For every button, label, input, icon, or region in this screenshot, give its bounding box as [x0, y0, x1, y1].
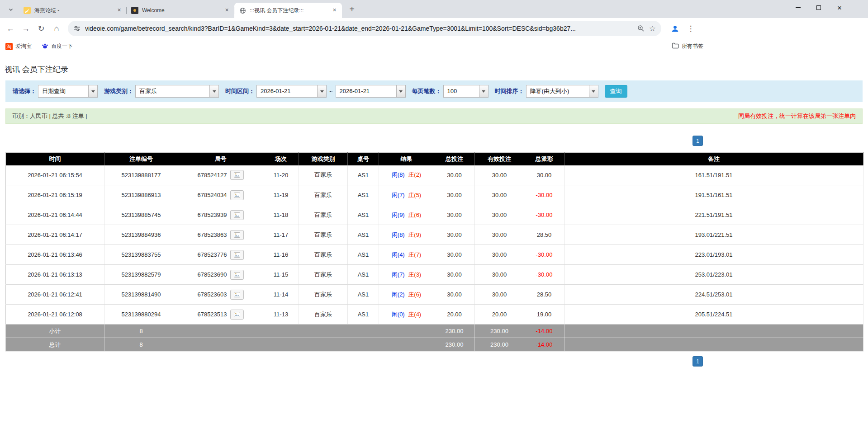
table-row: 2026-01-21 06:15:54 523139888177 6785241… — [6, 165, 863, 185]
tab-bet-record[interactable]: :::视讯 会员下注纪录::: × — [234, 3, 342, 18]
cell-table-number: AS1 — [348, 225, 379, 245]
profile-icon[interactable] — [668, 21, 682, 36]
tab-forum[interactable]: 海燕论坛 - × — [19, 3, 127, 18]
result-banker: 庄(3) — [408, 271, 421, 278]
cell-session: 11-15 — [263, 265, 299, 285]
cell-total-bet[interactable]: 30.00 — [434, 265, 475, 285]
video-replay-button[interactable] — [230, 230, 244, 240]
round-id-text: 678523939 — [197, 212, 227, 218]
maximize-icon — [816, 5, 821, 10]
zoom-icon[interactable] — [637, 25, 645, 32]
chevron-down-icon[interactable] — [88, 85, 97, 97]
round-id-text: 678523690 — [197, 271, 227, 278]
cell-total-bet[interactable]: 30.00 — [434, 165, 475, 185]
chevron-down-icon[interactable] — [589, 85, 598, 97]
date-start-picker[interactable]: 2026-01-21 — [256, 85, 327, 98]
bookmark-star-icon[interactable]: ☆ — [649, 24, 656, 33]
tab-close-icon[interactable]: × — [331, 7, 338, 14]
video-replay-button[interactable] — [230, 250, 244, 260]
forward-button[interactable]: → — [18, 21, 33, 36]
cell-total-bet[interactable]: 30.00 — [434, 245, 475, 265]
cell-total-bet[interactable]: 20.00 — [434, 305, 475, 324]
game-type-label: 游戏类别： — [104, 87, 133, 95]
cell-total-bet[interactable]: 30.00 — [434, 285, 475, 305]
cell-payout: -30.00 — [524, 245, 564, 265]
cell-total-bet[interactable]: 30.00 — [434, 225, 475, 245]
globe-icon — [239, 7, 246, 14]
minimize-button[interactable] — [787, 0, 808, 15]
site-settings-icon[interactable] — [73, 25, 81, 32]
cell-table-number: AS1 — [348, 305, 379, 324]
page-size-label: 每页笔数： — [412, 87, 441, 95]
date-separator: ~ — [329, 88, 333, 95]
col-bet-id: 注单编号 — [104, 153, 178, 165]
cell-result: 闲(7) 庄(5) — [379, 185, 434, 205]
cell-total-bet[interactable]: 30.00 — [434, 185, 475, 205]
cell-round-id: 678523603 — [178, 285, 263, 305]
cell-total-bet[interactable]: 30.00 — [434, 205, 475, 225]
tab-welcome[interactable]: Welcome × — [127, 3, 234, 18]
chevron-down-icon[interactable] — [209, 85, 218, 97]
url-bar[interactable]: videoie.com/game/betrecord_search/kind3?… — [68, 21, 661, 36]
cell-round-id: 678524034 — [178, 185, 263, 205]
pagination-bottom: 1 — [0, 356, 868, 367]
chevron-down-icon[interactable] — [317, 85, 326, 97]
back-button[interactable]: ← — [3, 21, 18, 36]
info-bar: 币别：人民币 | 总共 :8 注单 | 同局有效投注，统一计算在该局第一张注单内 — [5, 108, 863, 124]
page-button-1[interactable]: 1 — [693, 356, 703, 367]
all-bookmarks-button[interactable]: 所有书签 — [672, 42, 703, 50]
menu-kebab-icon[interactable]: ⋮ — [685, 21, 697, 36]
cell-valid-bet: 20.00 — [475, 305, 524, 324]
cell-game-type: 百家乐 — [299, 285, 348, 305]
cell-bet-id: 523139881490 — [104, 285, 178, 305]
close-button[interactable]: × — [829, 0, 850, 15]
video-replay-button[interactable] — [230, 190, 244, 200]
page-button-1[interactable]: 1 — [693, 136, 703, 146]
page-size-combo[interactable]: 100 — [443, 85, 489, 98]
table-row: 2026-01-21 06:14:17 523139884936 6785238… — [6, 225, 863, 245]
cell-valid-bet: 30.00 — [475, 245, 524, 265]
cell-note: 221.51/191.51 — [564, 205, 863, 225]
result-player: 闲(0) — [392, 311, 405, 318]
chevron-down-icon[interactable] — [396, 85, 405, 97]
cell-time: 2026-01-21 06:12:08 — [6, 305, 104, 324]
tab-close-icon[interactable]: × — [115, 7, 123, 14]
video-replay-button[interactable] — [230, 290, 244, 300]
new-tab-button[interactable]: + — [346, 3, 358, 15]
cell-time: 2026-01-21 06:14:17 — [6, 225, 104, 245]
maximize-button[interactable] — [808, 0, 829, 15]
cell-note: 191.51/161.51 — [564, 185, 863, 205]
col-game-type: 游戏类别 — [299, 153, 348, 165]
video-replay-button[interactable] — [230, 310, 244, 320]
close-icon: × — [837, 4, 842, 12]
bookmark-aitaobao[interactable]: 淘 爱淘宝 — [5, 42, 32, 50]
video-replay-button[interactable] — [230, 170, 244, 180]
date-end-picker[interactable]: 2026-01-21 — [336, 85, 406, 98]
cell-valid-bet: 30.00 — [475, 165, 524, 185]
bookmark-baidu[interactable]: 百度一下 — [42, 42, 73, 51]
cell-table-number: AS1 — [348, 165, 379, 185]
cell-payout: 28.50 — [524, 225, 564, 245]
select-type-combo[interactable]: 日期查询 — [38, 85, 98, 98]
page-title: 视讯 会员下注纪录 — [5, 64, 868, 75]
cell-result: 闲(8) 庄(9) — [379, 225, 434, 245]
result-player: 闲(2) — [392, 291, 405, 298]
video-replay-button[interactable] — [230, 210, 244, 220]
bookmark-label: 百度一下 — [51, 42, 73, 50]
home-button[interactable]: ⌂ — [49, 21, 64, 36]
cell-valid-bet: 30.00 — [475, 265, 524, 285]
baidu-paw-icon — [42, 42, 48, 51]
tab-search-button[interactable] — [5, 3, 17, 16]
cell-round-id: 678523863 — [178, 225, 263, 245]
search-button[interactable]: 查询 — [605, 85, 627, 98]
video-replay-button[interactable] — [230, 270, 244, 280]
tab-close-icon[interactable]: × — [223, 7, 231, 14]
cell-game-type: 百家乐 — [299, 265, 348, 285]
cell-payout: -30.00 — [524, 265, 564, 285]
chevron-down-icon[interactable] — [479, 85, 488, 97]
game-type-combo[interactable]: 百家乐 — [135, 85, 219, 98]
sort-order-combo[interactable]: 降幂(由大到小) — [526, 85, 598, 98]
result-banker: 庄(7) — [408, 251, 421, 258]
folder-icon — [672, 42, 679, 50]
refresh-button[interactable]: ↻ — [33, 21, 49, 36]
